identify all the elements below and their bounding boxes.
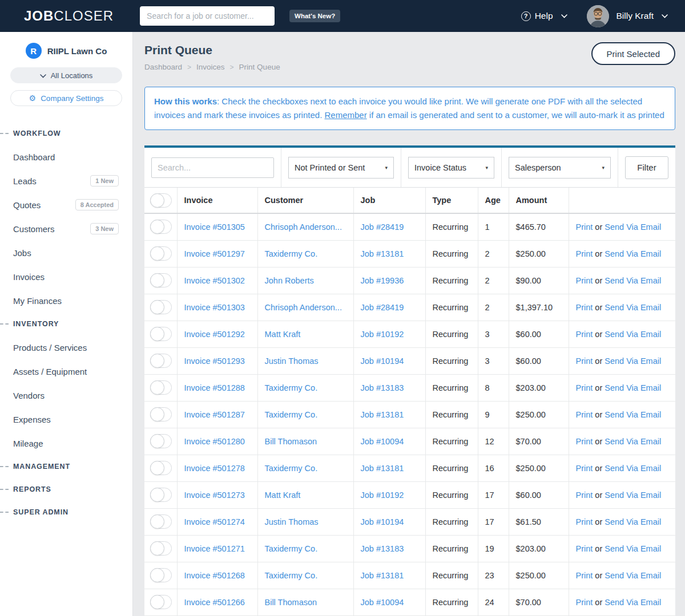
sidebar-item-leads[interactable]: Leads1 New [0,169,132,193]
print-link[interactable]: Print [576,544,593,553]
select-invoice-toggle[interactable] [150,488,172,502]
select-invoice-toggle[interactable] [150,595,172,609]
customer-link[interactable]: Justin Thomas [265,356,319,366]
select-all-toggle[interactable] [150,193,172,208]
send-email-link[interactable]: Send Via Email [605,249,661,258]
select-invoice-toggle[interactable] [150,461,172,475]
send-email-link[interactable]: Send Via Email [605,464,661,473]
select-invoice-toggle[interactable] [150,568,172,582]
customer-link[interactable]: Taxidermy Co. [265,464,318,473]
invoice-link[interactable]: Invoice #501305 [184,222,245,232]
job-link[interactable]: Job #28419 [361,222,404,232]
sidebar-item-expenses[interactable]: Expenses [0,407,132,431]
job-link[interactable]: Job #10094 [361,598,404,607]
job-link[interactable]: Job #13181 [361,571,404,580]
breadcrumb-item[interactable]: Print Queue [239,63,280,71]
select-invoice-toggle[interactable] [150,434,172,448]
job-link[interactable]: Job #10192 [361,491,404,500]
job-link[interactable]: Job #28419 [361,303,404,312]
job-link[interactable]: Job #13181 [361,410,404,419]
printed-status-select[interactable]: Not Printed or Sent ▾ [288,157,394,179]
print-link[interactable]: Print [576,356,593,366]
print-link[interactable]: Print [576,464,593,473]
select-invoice-toggle[interactable] [150,541,172,556]
invoice-link[interactable]: Invoice #501280 [184,437,245,446]
whats-new-button[interactable]: What's New? [289,10,340,22]
print-link[interactable]: Print [576,517,593,526]
breadcrumb-item[interactable]: Invoices [196,63,225,71]
sidebar-item-invoices[interactable]: Invoices [0,265,132,289]
print-link[interactable]: Print [576,437,593,446]
filter-button[interactable]: Filter [625,156,668,179]
sidebar-item-products-services[interactable]: Products / Services [0,335,132,359]
select-invoice-toggle[interactable] [150,380,172,395]
select-invoice-toggle[interactable] [150,300,172,314]
invoice-link[interactable]: Invoice #501268 [184,571,245,580]
job-link[interactable]: Job #10192 [361,330,404,339]
job-link[interactable]: Job #13181 [361,464,404,473]
customer-link[interactable]: Matt Kraft [265,491,301,500]
print-link[interactable]: Print [576,598,593,607]
select-invoice-toggle[interactable] [150,220,172,234]
send-email-link[interactable]: Send Via Email [605,410,661,419]
send-email-link[interactable]: Send Via Email [605,356,661,366]
avatar[interactable] [587,5,609,27]
print-link[interactable]: Print [576,276,593,285]
sidebar-item-mileage[interactable]: Mileage [0,431,132,455]
app-logo[interactable]: JOBCLOSER [24,8,114,24]
send-email-link[interactable]: Send Via Email [605,491,661,500]
customer-link[interactable]: Chrisoph Anderson... [265,303,342,312]
customer-link[interactable]: Bill Thomason [265,437,317,446]
breadcrumb-item[interactable]: Dashboard [144,63,182,71]
sidebar-item-my-finances[interactable]: My Finances [0,289,132,313]
invoice-link[interactable]: Invoice #501293 [184,356,245,366]
send-email-link[interactable]: Send Via Email [605,517,661,526]
invoice-link[interactable]: Invoice #501271 [184,544,245,553]
select-invoice-toggle[interactable] [150,407,172,422]
print-link[interactable]: Print [576,303,593,312]
customer-link[interactable]: Taxidermy Co. [265,383,318,392]
job-link[interactable]: Job #10094 [361,437,404,446]
send-email-link[interactable]: Send Via Email [605,276,661,285]
customer-link[interactable]: Justin Thomas [265,517,319,526]
sidebar-item-assets-equipment[interactable]: Assets / Equipment [0,359,132,383]
customer-link[interactable]: John Roberts [265,276,314,285]
select-invoice-toggle[interactable] [150,273,172,287]
invoice-link[interactable]: Invoice #501288 [184,383,245,392]
sidebar-item-jobs[interactable]: Jobs [0,241,132,265]
user-menu[interactable]: Billy Kraft [616,11,668,21]
print-selected-button[interactable]: Print Selected [591,42,675,65]
send-email-link[interactable]: Send Via Email [605,222,661,232]
select-invoice-toggle[interactable] [150,354,172,368]
print-link[interactable]: Print [576,571,593,580]
customer-link[interactable]: Taxidermy Co. [265,571,318,580]
job-link[interactable]: Job #10194 [361,356,404,366]
select-invoice-toggle[interactable] [150,514,172,529]
print-link[interactable]: Print [576,410,593,419]
global-search-input[interactable] [140,6,275,26]
customer-link[interactable]: Matt Kraft [265,330,301,339]
print-link[interactable]: Print [576,330,593,339]
print-link[interactable]: Print [576,222,593,232]
select-invoice-toggle[interactable] [150,246,172,261]
invoice-status-select[interactable]: Invoice Status ▾ [408,157,494,179]
customer-link[interactable]: Taxidermy Co. [265,249,318,258]
select-invoice-toggle[interactable] [150,327,172,341]
table-search-input[interactable] [151,157,274,178]
job-link[interactable]: Job #13181 [361,249,404,258]
customer-link[interactable]: Taxidermy Co. [265,544,318,553]
send-email-link[interactable]: Send Via Email [605,571,661,580]
job-link[interactable]: Job #13183 [361,544,404,553]
send-email-link[interactable]: Send Via Email [605,383,661,392]
invoice-link[interactable]: Invoice #501274 [184,517,245,526]
customer-link[interactable]: Chrisoph Anderson... [265,222,342,232]
invoice-link[interactable]: Invoice #501302 [184,276,245,285]
invoice-link[interactable]: Invoice #501273 [184,491,245,500]
print-link[interactable]: Print [576,491,593,500]
send-email-link[interactable]: Send Via Email [605,330,661,339]
sidebar-item-vendors[interactable]: Vendors [0,383,132,407]
invoice-link[interactable]: Invoice #501303 [184,303,245,312]
send-email-link[interactable]: Send Via Email [605,303,661,312]
job-link[interactable]: Job #13183 [361,383,404,392]
invoice-link[interactable]: Invoice #501297 [184,249,245,258]
